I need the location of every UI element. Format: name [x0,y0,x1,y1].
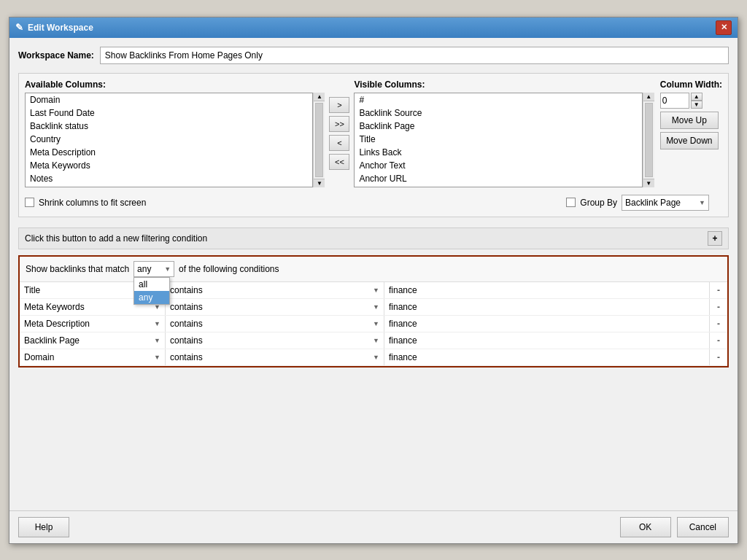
filter-row-3: Meta Description ▼ contains ▼ finance - [20,316,727,332]
group-by-row: Group By Backlink Page ▼ [566,195,709,211]
shrink-checkbox[interactable] [25,198,34,207]
transfer-left-all-button[interactable]: << [329,154,349,170]
filter-row-4: Backlink Page ▼ contains ▼ finance - [20,332,727,349]
chevron-down-icon: ▼ [154,337,160,344]
match-select[interactable]: any ▼ [133,261,174,277]
filter-val-3: finance [384,316,710,332]
chevron-down-icon: ▼ [154,354,160,361]
filter-op-4[interactable]: contains ▼ [166,332,384,349]
op-label: contains [170,302,203,312]
help-button[interactable]: Help [18,517,69,537]
list-item[interactable]: Anchor Text [355,159,641,172]
filter-delete-5[interactable]: - [710,352,727,362]
list-item[interactable]: Meta Description [26,146,312,159]
chevron-down-icon: ▼ [373,303,379,311]
filter-header-label: Click this button to add a new filtering… [25,233,207,244]
ok-cancel-group: OK Cancel [620,517,729,537]
filter-op-1[interactable]: contains ▼ [166,282,384,298]
list-item[interactable]: Backlink Source [355,106,641,120]
filter-op-2[interactable]: contains ▼ [166,299,384,315]
spin-down-button[interactable]: ▼ [691,101,703,109]
list-item[interactable]: Links Back [355,146,641,159]
list-item[interactable]: Title [355,133,641,146]
filter-op-5[interactable]: contains ▼ [166,349,384,365]
cancel-button[interactable]: Cancel [677,517,729,537]
filter-val-5: finance [384,349,710,365]
match-value: any [137,264,151,274]
move-down-button[interactable]: Move Down [660,132,719,149]
filter-field-3[interactable]: Meta Description ▼ [20,316,166,332]
chevron-down-icon: ▼ [373,287,379,294]
right-controls: Column Width: ▲ ▼ Move Up Move Down [654,79,722,187]
scroll-thumb[interactable] [645,103,653,177]
ok-button[interactable]: OK [620,517,671,537]
scroll-thumb[interactable] [315,103,323,177]
workspace-name-row: Workspace Name: [18,47,729,67]
chevron-down-icon: ▼ [373,320,379,327]
dropdown-item-any[interactable]: any [134,291,169,304]
spin-buttons: ▲ ▼ [691,93,703,109]
close-button[interactable]: ✕ [716,20,732,35]
list-item[interactable]: Country [26,133,312,146]
filter-delete-2[interactable]: - [710,302,727,312]
workspace-name-input[interactable] [100,47,729,64]
column-width-row: ▲ ▼ [660,93,722,109]
filter-header-bar: Click this button to add a new filtering… [18,228,729,249]
shrink-row: Shrink columns to fit screen [25,198,146,208]
filter-val-2: finance [384,299,710,315]
filter-op-3[interactable]: contains ▼ [166,316,384,332]
conditions-label: of the following conditions [179,264,279,274]
filter-delete-4[interactable]: - [710,335,727,346]
transfer-left-single-button[interactable]: < [329,135,349,151]
filter-field-5[interactable]: Domain ▼ [20,349,166,365]
list-item[interactable]: Domain [26,93,312,106]
op-label: contains [170,319,203,329]
list-item[interactable]: Backlink status [26,120,312,133]
list-item[interactable]: Notes [26,172,312,185]
transfer-buttons: > >> < << [325,79,354,187]
column-width-input[interactable] [660,93,689,109]
shrink-label: Shrink columns to fit screen [39,198,146,208]
available-columns-label: Available Columns: [25,79,325,90]
field-label: Title [24,285,40,295]
transfer-right-all-button[interactable]: >> [329,116,349,132]
filter-add-button[interactable]: + [708,231,722,246]
group-by-select[interactable]: Backlink Page ▼ [622,195,709,211]
filter-delete-3[interactable]: - [710,319,727,329]
edit-workspace-window: ✎ Edit Workspace ✕ Workspace Name: Avail… [9,17,738,544]
chevron-down-icon: ▼ [373,337,379,344]
available-scrollbar[interactable]: ▲ ▼ [313,93,325,187]
list-item[interactable]: Anchor URL [355,172,641,185]
bottom-bar: Help OK Cancel [9,510,738,543]
chevron-down-icon: ▼ [699,199,705,206]
available-columns-list[interactable]: Domain Last Found Date Backlink status C… [25,93,313,187]
field-label: Backlink Page [24,335,80,346]
columns-area: Available Columns: Domain Last Found Dat… [18,73,729,217]
filter-row-2: Meta Keywords ▼ contains ▼ finance - [20,299,727,316]
workspace-name-label: Workspace Name: [18,50,94,61]
available-columns-section: Available Columns: Domain Last Found Dat… [25,79,325,187]
show-label: Show backlinks that match [26,264,129,274]
filter-val-4: finance [384,332,710,349]
dropdown-item-all[interactable]: all [134,278,169,291]
filter-field-4[interactable]: Backlink Page ▼ [20,332,166,349]
match-dropdown-container: any ▼ all any [133,261,174,277]
field-label: Domain [24,352,54,362]
visible-columns-list[interactable]: # Backlink Source Backlink Page Title Li… [354,93,642,187]
list-item[interactable]: # [355,93,641,106]
list-item[interactable]: Last Found Date [26,106,312,120]
spacer [9,376,738,508]
visible-columns-label: Visible Columns: [354,79,654,90]
spin-up-button[interactable]: ▲ [691,93,703,101]
list-item[interactable]: Backlink Page [355,120,641,133]
filter-row-5: Domain ▼ contains ▼ finance - [20,349,727,366]
chevron-down-icon: ▼ [373,354,379,361]
group-by-checkbox[interactable] [566,198,576,207]
filter-delete-1[interactable]: - [710,285,727,295]
move-up-button[interactable]: Move Up [660,112,719,129]
op-label: contains [170,335,203,346]
visible-scrollbar[interactable]: ▲ ▼ [643,93,654,187]
transfer-right-single-button[interactable]: > [329,97,349,113]
list-item[interactable]: Meta Keywords [26,159,312,172]
field-label: Meta Keywords [24,302,85,312]
